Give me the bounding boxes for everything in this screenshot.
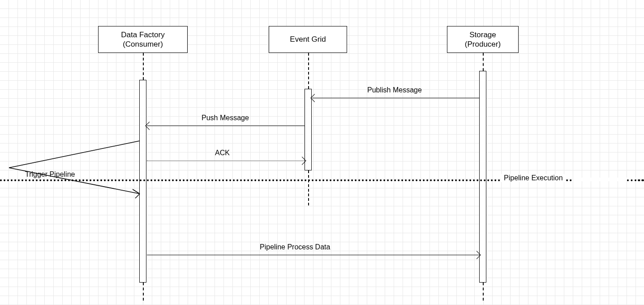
actor-label: Event Grid [290, 35, 326, 44]
lifeline-event-grid [308, 53, 309, 89]
arrow-process [147, 255, 479, 255]
lifeline-storage [483, 53, 484, 71]
label-trigger: Trigger Pipeline [25, 170, 75, 179]
label-ack: ACK [215, 149, 230, 157]
actor-event-grid[interactable]: Event Grid [269, 26, 347, 53]
self-message-trigger [9, 141, 140, 195]
actor-data-factory[interactable]: Data Factory (Consumer) [98, 26, 188, 53]
actor-label: Data Factory [121, 30, 164, 39]
arrow-push [147, 126, 305, 126]
lifeline-event-grid [308, 170, 309, 205]
lifeline-storage [483, 283, 484, 301]
activation-data-factory [139, 80, 146, 283]
divider-gap [573, 178, 636, 181]
lifeline-data-factory [143, 283, 144, 301]
label-push: Push Message [202, 114, 249, 122]
svg-line-0 [9, 141, 140, 168]
actor-label: (Producer) [465, 39, 501, 49]
arrow-publish [312, 98, 479, 98]
actor-storage[interactable]: Storage (Producer) [447, 26, 519, 53]
arrow-ack [147, 161, 305, 161]
divider-right-tail [627, 179, 644, 181]
label-process: Pipeline Process Data [260, 243, 330, 251]
divider-label: Pipeline Execution [501, 174, 566, 182]
label-publish: Publish Message [367, 86, 422, 94]
actor-label: (Consumer) [123, 39, 163, 49]
activation-storage [479, 71, 486, 283]
lifeline-data-factory [143, 53, 144, 80]
activation-event-grid [305, 89, 312, 170]
actor-label: Storage [469, 30, 496, 39]
